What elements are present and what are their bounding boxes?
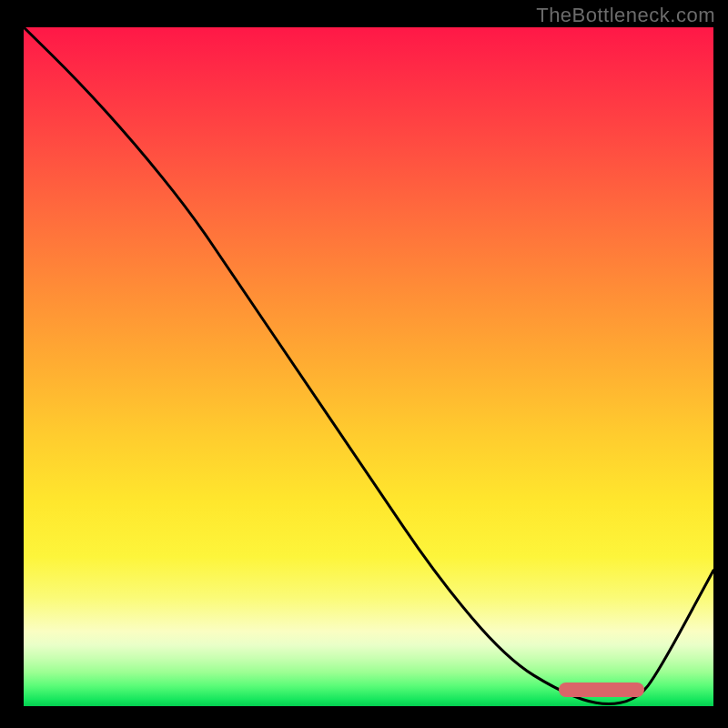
- optimal-range-marker: [559, 682, 644, 697]
- chart-frame: TheBottleneck.com: [0, 0, 728, 728]
- plot-area: [24, 27, 713, 706]
- bottleneck-line: [24, 27, 713, 706]
- attribution-text: TheBottleneck.com: [536, 4, 715, 27]
